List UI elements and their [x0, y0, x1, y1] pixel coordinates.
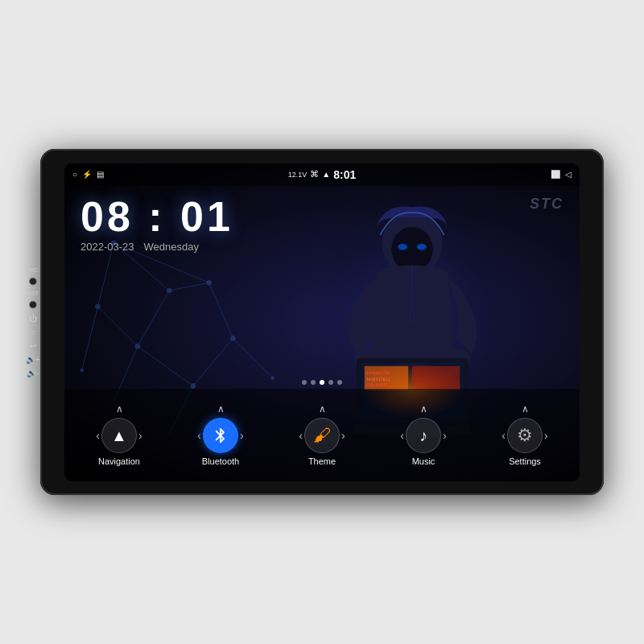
music-icon[interactable]: ♪ — [406, 418, 441, 453]
nav-left-chevron-navigation: ‹ — [96, 430, 100, 441]
usb-icon: ⚡ — [82, 170, 92, 179]
svg-point-24 — [391, 227, 432, 271]
nav-inner-music: ‹ ♪ › — [400, 418, 446, 453]
nav-up-arrow-bluetooth: ∧ — [217, 403, 225, 415]
page-dot-2 — [311, 380, 316, 385]
page-dot-1 — [302, 380, 307, 385]
nav-right-chevron-music: › — [443, 430, 447, 441]
clock-date: 2022-03-23 Wednesday — [80, 241, 233, 253]
nav-label-music: Music — [412, 456, 436, 466]
nav-item-settings[interactable]: ∧ ‹ ⚙ › Settings — [502, 403, 547, 466]
clock-widget: 08 : 01 2022-03-23 Wednesday — [80, 196, 233, 253]
nav-label-settings: Settings — [509, 456, 541, 466]
status-bar: ○ ⚡ ▤ 12.1V ⌘ ▲ 8:01 ⬜ ◁ — [64, 163, 580, 186]
svg-point-26 — [417, 243, 427, 250]
svg-point-17 — [230, 336, 235, 341]
svg-point-21 — [80, 368, 84, 371]
car-radio-device: MIC RST ⏻ ⌂ ↩ 🔊+ 🔊- — [40, 149, 604, 495]
page-dot-5 — [337, 380, 342, 385]
svg-point-18 — [207, 280, 212, 285]
nav-icon-wrap-navigation: ▲ — [101, 418, 137, 453]
mic-label: MIC — [28, 267, 39, 273]
nav-right-chevron-settings: › — [544, 430, 548, 441]
rst-button[interactable] — [29, 301, 37, 309]
svg-line-5 — [169, 283, 208, 291]
nav-up-arrow-theme: ∧ — [319, 403, 326, 415]
svg-line-7 — [98, 306, 138, 345]
nav-right-chevron-navigation: › — [138, 430, 142, 441]
nav-icon-wrap-theme: 🖌 — [304, 418, 340, 453]
nav-right-chevron-bluetooth: › — [240, 430, 244, 441]
clock-time: 08 : 01 — [80, 196, 233, 237]
nav-inner-navigation: ‹ ▲ › — [96, 418, 142, 453]
gallery-icon: ▤ — [97, 170, 104, 179]
page-dot-4 — [328, 380, 333, 385]
battery-text: 12.1V — [288, 171, 308, 179]
mic-button[interactable] — [29, 278, 37, 286]
svg-rect-33 — [412, 365, 460, 390]
svg-text:5400882793: 5400882793 — [366, 369, 390, 374]
svg-text:ERR:0x44F: ERR:0x44F — [366, 382, 388, 387]
nav-right-chevron-theme: › — [341, 430, 345, 441]
nav-inner-theme: ‹ 🖌 › — [299, 418, 345, 453]
wifi-icon: ▲ — [322, 170, 330, 179]
power-button[interactable]: ⏻ — [29, 314, 37, 323]
svg-point-15 — [135, 344, 140, 349]
home-button[interactable]: ⌂ — [31, 328, 35, 336]
nav-item-music[interactable]: ∧ ‹ ♪ › Music — [400, 403, 446, 466]
nav-left-chevron-theme: ‹ — [299, 430, 303, 441]
nav-inner-settings: ‹ ⚙ › — [502, 418, 547, 453]
volume-up-button[interactable]: 🔊+ — [26, 355, 40, 364]
side-button-panel: MIC RST ⏻ ⌂ ↩ 🔊+ 🔊- — [26, 267, 40, 378]
bluetooth-status-icon: ⌘ — [310, 169, 319, 180]
theme-icon[interactable]: 🖌 — [304, 418, 340, 453]
svg-line-9 — [233, 338, 272, 378]
navigation-bar: ∧ ‹ ▲ › Navigation ∧ ‹ — [64, 389, 580, 481]
page-dot-3-active — [320, 380, 324, 385]
nav-item-bluetooth[interactable]: ∧ ‹ › Bluetooth — [197, 403, 243, 466]
stc-watermark: STC — [530, 196, 564, 213]
back-button[interactable]: ↩ — [30, 341, 36, 350]
svg-point-19 — [96, 303, 101, 308]
svg-line-2 — [138, 346, 193, 386]
nav-up-arrow-music: ∧ — [420, 403, 427, 415]
back-arrow-icon: ◁ — [565, 170, 572, 179]
nav-icon-wrap-music: ♪ — [406, 418, 441, 453]
nav-up-arrow-settings: ∧ — [522, 403, 529, 415]
nav-item-theme[interactable]: ∧ ‹ 🖌 › Theme — [299, 403, 345, 466]
svg-point-25 — [398, 243, 407, 250]
svg-line-1 — [138, 291, 170, 346]
nav-icon-wrap-settings: ⚙ — [507, 418, 543, 453]
nav-icon-wrap-bluetooth — [203, 418, 238, 453]
navigation-icon[interactable]: ▲ — [101, 418, 137, 453]
date-text: 2022-03-23 — [80, 241, 134, 253]
page-indicators — [302, 380, 342, 385]
nav-label-navigation: Navigation — [98, 456, 140, 466]
nav-label-bluetooth: Bluetooth — [202, 456, 239, 466]
nav-up-arrow-navigation: ∧ — [116, 403, 123, 415]
nav-inner-bluetooth: ‹ › — [197, 418, 243, 453]
status-center: 12.1V ⌘ ▲ 8:01 — [288, 168, 356, 181]
status-time: 8:01 — [333, 168, 356, 181]
svg-point-14 — [167, 288, 171, 293]
settings-icon[interactable]: ⚙ — [507, 418, 543, 453]
volume-down-button[interactable]: 🔊- — [27, 369, 39, 378]
nav-left-chevron-settings: ‹ — [502, 430, 506, 441]
status-left: ○ ⚡ ▤ — [72, 170, 288, 179]
main-screen: 5400882793 5436537011 ERR:0x44F ○ ⚡ ▤ 12… — [64, 163, 580, 481]
nav-item-navigation[interactable]: ∧ ‹ ▲ › Navigation — [96, 403, 142, 466]
svg-point-20 — [271, 376, 275, 379]
nav-label-theme: Theme — [308, 456, 336, 466]
bluetooth-icon[interactable] — [203, 418, 238, 453]
svg-line-4 — [209, 283, 233, 338]
window-icon: ⬜ — [551, 170, 560, 179]
nav-left-chevron-music: ‹ — [400, 430, 404, 441]
status-right: ⬜ ◁ — [356, 170, 572, 179]
svg-point-16 — [191, 383, 196, 388]
svg-line-3 — [193, 338, 233, 386]
rst-label: RST — [27, 291, 39, 296]
day-text: Wednesday — [144, 241, 199, 253]
svg-line-12 — [82, 306, 98, 369]
svg-text:5436537011: 5436537011 — [366, 376, 390, 381]
circle-icon: ○ — [72, 170, 77, 179]
